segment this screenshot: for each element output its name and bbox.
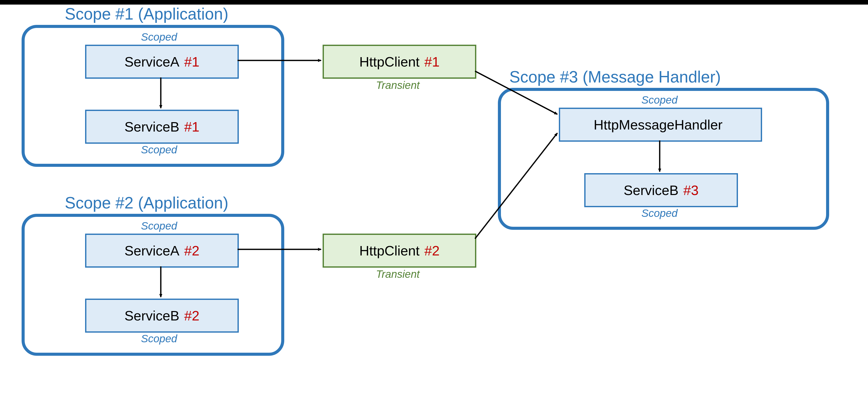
- serviceB2-suffix: #2: [184, 308, 199, 323]
- serviceB1-lifetime: Scoped: [141, 144, 177, 156]
- serviceA1-node: ServiceA #1: [85, 45, 239, 79]
- serviceA2-label: ServiceA: [124, 243, 179, 258]
- httpMessageHandler-label: HttpMessageHandler: [594, 117, 722, 132]
- diagram-stage: Scope #1 (Application) Scoped ServiceA #…: [0, 0, 868, 405]
- serviceA2-suffix: #2: [184, 243, 199, 258]
- scope2-title: Scope #2 (Application): [65, 193, 228, 212]
- serviceB1-node: ServiceB #1: [85, 110, 239, 144]
- httpClient2-node: HttpClient #2: [322, 233, 476, 268]
- scope1-title: Scope #1 (Application): [65, 5, 228, 23]
- serviceA2-node: ServiceA #2: [85, 233, 239, 268]
- httpClient1-lifetime: Transient: [376, 79, 420, 91]
- serviceB1-label: ServiceB: [124, 119, 179, 134]
- serviceB3-label: ServiceB: [624, 182, 679, 198]
- serviceB3-node: ServiceB #3: [584, 173, 738, 207]
- scope3-title: Scope #3 (Message Handler): [509, 67, 721, 86]
- httpClient1-label: HttpClient: [359, 54, 420, 69]
- httpClient2-lifetime: Transient: [376, 268, 420, 280]
- serviceA2-lifetime: Scoped: [141, 220, 177, 232]
- httpMessageHandler-lifetime: Scoped: [642, 94, 678, 106]
- httpClient1-node: HttpClient #1: [322, 45, 476, 79]
- httpMessageHandler-node: HttpMessageHandler: [559, 108, 762, 142]
- httpClient1-suffix: #1: [424, 54, 439, 69]
- serviceB3-suffix: #3: [683, 182, 699, 198]
- top-black-bar: [0, 0, 868, 5]
- serviceB1-suffix: #1: [184, 119, 199, 134]
- serviceA1-lifetime: Scoped: [141, 31, 177, 43]
- serviceB2-lifetime: Scoped: [141, 333, 177, 345]
- serviceB2-label: ServiceB: [124, 308, 179, 323]
- serviceB2-node: ServiceB #2: [85, 299, 239, 333]
- serviceB3-lifetime: Scoped: [642, 207, 678, 219]
- serviceA1-suffix: #1: [184, 54, 199, 69]
- httpClient2-suffix: #2: [424, 243, 439, 258]
- httpClient2-label: HttpClient: [359, 243, 420, 258]
- serviceA1-label: ServiceA: [124, 54, 179, 69]
